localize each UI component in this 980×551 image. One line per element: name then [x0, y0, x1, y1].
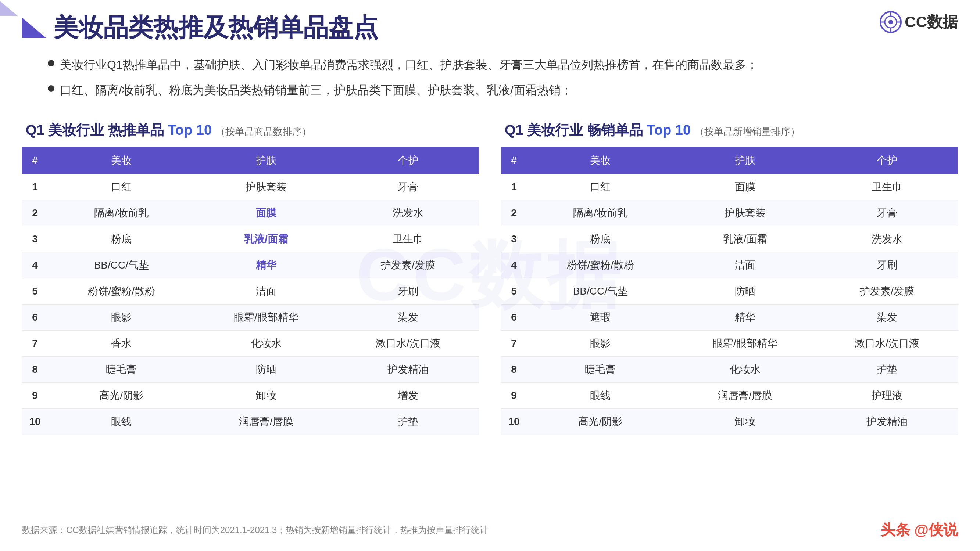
cell-rank: 3 — [501, 226, 527, 252]
bullet-text-2: 口红、隔离/妆前乳、粉底为美妆品类热销销量前三，护肤品类下面膜、护肤套装、乳液/… — [60, 81, 572, 100]
table-cell: 高光/阴影 — [527, 409, 674, 435]
table-cell: 口红 — [527, 174, 674, 200]
table-cell: 漱口水/洗口液 — [816, 330, 958, 357]
table-cell: 乳液/面霜 — [195, 226, 337, 252]
cell-rank: 8 — [501, 357, 527, 383]
table-row: 8睫毛膏防晒护发精油 — [22, 357, 479, 383]
table-cell: 染发 — [816, 305, 958, 330]
cell-rank: 2 — [501, 200, 527, 226]
table-cell: 洁面 — [195, 278, 337, 305]
table1-subtitle: （按单品商品数排序） — [216, 126, 311, 137]
table-cell: 牙膏 — [816, 200, 958, 226]
table1-container: Q1 美妆行业 热推单品 Top 10 （按单品商品数排序） # 美妆 护肤 个… — [22, 121, 479, 435]
table2-header-rank: # — [501, 147, 527, 174]
cell-rank: 8 — [22, 357, 48, 383]
table-cell: 眼影 — [48, 305, 195, 330]
table-cell: 漱口水/洗口液 — [337, 330, 479, 357]
table-cell: 防晒 — [195, 357, 337, 383]
table-row: 4BB/CC/气垫精华护发素/发膜 — [22, 252, 479, 278]
table-cell: 卫生巾 — [816, 174, 958, 200]
cell-rank: 1 — [501, 174, 527, 200]
cell-rank: 6 — [501, 305, 527, 330]
table1-title-text: Q1 美妆行业 热推单品 Top 10 — [26, 122, 212, 138]
page-title: 美妆品类热推及热销单品盘点 — [53, 11, 378, 44]
table-cell: 精华 — [674, 305, 816, 330]
table-row: 3粉底乳液/面霜洗发水 — [501, 226, 958, 252]
table-cell: 香水 — [48, 330, 195, 357]
table1-header-makeup: 美妆 — [48, 147, 195, 174]
table-cell: 化妆水 — [195, 330, 337, 357]
table-cell: 隔离/妆前乳 — [527, 200, 674, 226]
bullet-text-1: 美妆行业Q1热推单品中，基础护肤、入门彩妆单品消费需求强烈，口红、护肤套装、牙膏… — [60, 56, 758, 74]
table1-title: Q1 美妆行业 热推单品 Top 10 （按单品商品数排序） — [22, 121, 479, 140]
title-wrapper: 美妆品类热推及热销单品盘点 — [0, 0, 980, 48]
table-cell: 卸妆 — [195, 383, 337, 409]
table-cell: 面膜 — [674, 174, 816, 200]
table-row: 5粉饼/蜜粉/散粉洁面牙刷 — [22, 278, 479, 305]
table-row: 7眼影眼霜/眼部精华漱口水/洗口液 — [501, 330, 958, 357]
table-cell: 润唇膏/唇膜 — [674, 383, 816, 409]
bullet-list: 美妆行业Q1热推单品中，基础护肤、入门彩妆单品消费需求强烈，口红、护肤套装、牙膏… — [0, 48, 980, 113]
table1-header-rank: # — [22, 147, 48, 174]
table-cell: 牙膏 — [337, 174, 479, 200]
table-cell: 卫生巾 — [337, 226, 479, 252]
table-cell: 护肤套装 — [195, 174, 337, 200]
table-cell: 增发 — [337, 383, 479, 409]
cell-rank: 10 — [22, 409, 48, 435]
table-cell: 洗发水 — [816, 226, 958, 252]
logo-text: CC数据 — [905, 12, 958, 32]
cell-rank: 9 — [501, 383, 527, 409]
table-row: 10高光/阴影卸妆护发精油 — [501, 409, 958, 435]
cc-logo-icon — [880, 11, 902, 33]
table2-title: Q1 美妆行业 畅销单品 Top 10 （按单品新增销量排序） — [501, 121, 958, 140]
table-cell: 洁面 — [674, 252, 816, 278]
table-cell: 精华 — [195, 252, 337, 278]
table-cell: 眼影 — [527, 330, 674, 357]
table-cell: 眼霜/眼部精华 — [674, 330, 816, 357]
table2-container: Q1 美妆行业 畅销单品 Top 10 （按单品新增销量排序） # 美妆 护肤 … — [501, 121, 958, 435]
table-row: 6遮瑕精华染发 — [501, 305, 958, 330]
table-cell: 护发素/发膜 — [337, 252, 479, 278]
table-cell: 染发 — [337, 305, 479, 330]
table-cell: 粉饼/蜜粉/散粉 — [527, 252, 674, 278]
table-cell: 润唇膏/唇膜 — [195, 409, 337, 435]
table-cell: 防晒 — [674, 278, 816, 305]
table-cell: 眼线 — [527, 383, 674, 409]
table-cell: 遮瑕 — [527, 305, 674, 330]
table-row: 1口红护肤套装牙膏 — [22, 174, 479, 200]
svg-point-2 — [888, 20, 893, 24]
table-row: 9高光/阴影卸妆增发 — [22, 383, 479, 409]
footer: 数据来源：CC数据社媒营销情报追踪，统计时间为2021.1-2021.3；热销为… — [22, 520, 958, 540]
table-row: 9眼线润唇膏/唇膜护理液 — [501, 383, 958, 409]
table-cell: 粉饼/蜜粉/散粉 — [48, 278, 195, 305]
table-cell: 睫毛膏 — [527, 357, 674, 383]
logo: CC数据 — [880, 11, 958, 33]
cell-rank: 7 — [22, 330, 48, 357]
cell-rank: 3 — [22, 226, 48, 252]
table2-subtitle: （按单品新增销量排序） — [695, 126, 800, 137]
table-cell: 乳液/面霜 — [674, 226, 816, 252]
footer-source: 数据来源：CC数据社媒营销情报追踪，统计时间为2021.1-2021.3；热销为… — [22, 524, 488, 536]
cell-rank: 5 — [501, 278, 527, 305]
table-cell: 护垫 — [816, 357, 958, 383]
table-row: 10眼线润唇膏/唇膜护垫 — [22, 409, 479, 435]
table2-header-makeup: 美妆 — [527, 147, 674, 174]
title-arrow-decoration — [22, 17, 46, 38]
table-row: 2隔离/妆前乳面膜洗发水 — [22, 200, 479, 226]
bullet-dot-1 — [48, 60, 54, 67]
table-row: 6眼影眼霜/眼部精华染发 — [22, 305, 479, 330]
table-cell: 口红 — [48, 174, 195, 200]
table2-header-row: # 美妆 护肤 个护 — [501, 147, 958, 174]
cell-rank: 1 — [22, 174, 48, 200]
table1: # 美妆 护肤 个护 1口红护肤套装牙膏2隔离/妆前乳面膜洗发水3粉底乳液/面霜… — [22, 147, 479, 435]
table-cell: 化妆水 — [674, 357, 816, 383]
table2-title-text: Q1 美妆行业 畅销单品 Top 10 — [505, 122, 691, 138]
table-cell: 眼线 — [48, 409, 195, 435]
cell-rank: 4 — [22, 252, 48, 278]
table-cell: 面膜 — [195, 200, 337, 226]
table-cell: 护肤套装 — [674, 200, 816, 226]
table-row: 5BB/CC/气垫防晒护发素/发膜 — [501, 278, 958, 305]
table-cell: 隔离/妆前乳 — [48, 200, 195, 226]
table-row: 8睫毛膏化妆水护垫 — [501, 357, 958, 383]
table-row: 3粉底乳液/面霜卫生巾 — [22, 226, 479, 252]
